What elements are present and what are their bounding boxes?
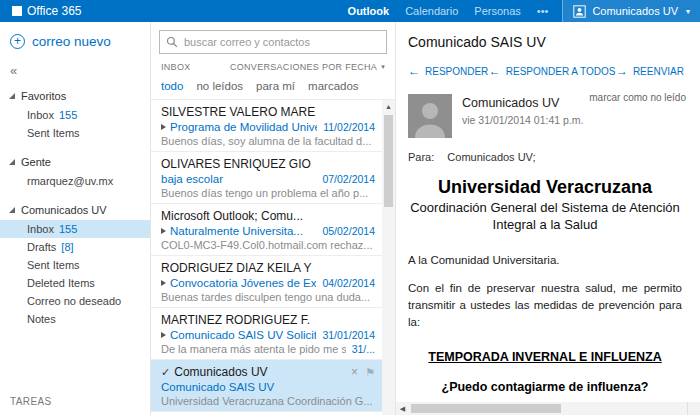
folder-deleted-items[interactable]: Deleted Items [0,274,150,292]
folder-drafts[interactable]: Drafts [8] [0,238,150,256]
folder-label: Notes [27,313,56,325]
expand-conversation-icon[interactable] [161,228,166,234]
expand-triangle-icon [9,93,15,99]
contact-label: rmarquez@uv.mx [27,175,113,187]
mark-unread-link[interactable]: marcar como no leído [589,92,686,103]
expand-conversation-icon[interactable] [161,280,166,286]
recipients-row: Para: Comunicados UV; [408,151,686,163]
user-icon [573,5,586,18]
tree-gap [0,142,150,152]
office365-logo-icon [12,6,22,16]
forward-button[interactable]: → REENVIAR [616,64,684,78]
email-subject: Comunicado SAIS UV [161,381,375,393]
tab-todo[interactable]: todo [161,80,183,92]
main-layout: + correo nuevo « Favoritos Inbox 155 Sen… [0,22,700,415]
email-list-item[interactable]: RODRIGUEZ DIAZ KEILA Y Convocatoria Jóve… [151,256,395,308]
reply-button[interactable]: ← RESPONDER [408,64,488,78]
folder-favoritos-sent[interactable]: Sent Items [0,124,150,142]
message-list-column: INBOX CONVERSACIONES POR FECHA ▾ todo no… [150,22,396,415]
section-label: Gente [21,156,51,168]
folder-label: Drafts [27,241,56,253]
horizontal-scrollbar[interactable]: ◀ [396,402,687,415]
nav-more-icon[interactable]: ••• [537,5,549,17]
email-list-item[interactable]: MARTINEZ RODRIGUEZ F. Comunicado SAIS UV… [151,308,395,360]
search-box[interactable] [159,30,387,54]
filter-tabs: todo no leídos para mí marcados [151,74,395,99]
reply-arrow-icon: ← [408,64,420,78]
reply-all-button[interactable]: ← RESPONDER A TODOS [489,64,616,78]
body-salutation: A la Comunidad Universitaria. [408,254,682,266]
email-subject: Convocatoria Jóvenes de Excelencia [170,277,316,289]
expand-triangle-icon [9,159,15,165]
scroll-left-icon[interactable]: ◀ [396,405,409,413]
scrollbar-thumb[interactable] [384,115,393,207]
nav-personas[interactable]: Personas [474,5,520,17]
collapse-pane-icon[interactable]: « [0,49,150,86]
office365-brand[interactable]: Office 365 [0,4,93,18]
email-list-item[interactable]: OLIVARES ENRIQUEZ GIO baja escolar 07/02… [151,152,395,204]
chevron-down-icon: ▾ [686,7,690,16]
section-favoritos[interactable]: Favoritos [0,86,150,106]
email-list-item[interactable]: SILVESTRE VALERO MARE Programa de Movili… [151,100,395,152]
folder-junk[interactable]: Correo no deseado [0,292,150,310]
email-subject: baja escolar [161,173,316,185]
email-list-item[interactable]: Microsoft Outlook; Comu... Naturalmente … [151,204,395,256]
message-title: Comunicado SAIS UV [408,34,686,50]
email-subject: Programa de Movilidad Universidad [170,121,317,133]
delete-icon[interactable]: × [351,365,358,379]
expand-conversation-icon[interactable] [161,124,166,130]
plus-icon: + [10,34,25,49]
folder-label: Inbox [27,109,54,121]
email-date: 11/02/2014 [323,121,375,133]
nav-calendario[interactable]: Calendario [405,5,458,17]
sender-name: Comunicados UV [462,96,583,110]
account-menu[interactable]: Comunicados UV ▾ [562,0,700,22]
brand-label: Office 365 [27,4,81,18]
section-label: Comunicados UV [21,204,107,216]
section-label: Favoritos [21,90,66,102]
section-comunicados-uv[interactable]: Comunicados UV [0,200,150,220]
tasks-section-label[interactable]: TAREAS [0,388,150,415]
email-date: 05/02/2014 [322,225,375,237]
email-sender: OLIVARES ENRIQUEZ GIO [161,157,375,171]
search-input[interactable] [184,36,380,48]
to-label: Para: [408,151,434,163]
expand-conversation-icon[interactable] [161,332,166,338]
email-date: 31/01/2014 [322,329,375,341]
sender-info: Comunicados UV vie 31/01/2014 01:41 p.m. [462,94,583,138]
body-section-heading: TEMPORADA INVERNAL E INFLUENZA [408,350,682,364]
contact-rmarquez[interactable]: rmarquez@uv.mx [0,172,150,190]
tab-marcados[interactable]: marcados [308,80,359,92]
person-silhouette-icon [408,94,452,138]
folder-sent-items[interactable]: Sent Items [0,256,150,274]
email-subject: Naturalmente Universita... [170,225,316,237]
folder-favoritos-inbox[interactable]: Inbox 155 [0,106,150,124]
email-list-item-selected[interactable]: ✓ Comunicados UV × ⚑ Comunicado SAIS UV … [151,360,395,412]
top-navigation: Outlook Calendario Personas ••• [348,5,563,17]
folder-label: Sent Items [27,259,80,271]
search-icon [166,36,178,48]
tab-para-mi[interactable]: para mí [256,80,295,92]
message-header: Comunicados UV vie 31/01/2014 01:41 p.m.… [408,94,686,138]
unread-count: 155 [59,109,77,121]
message-body: Universidad Veracruzana Coordinación Gen… [408,177,686,394]
scrollbar-thumb[interactable] [411,404,561,413]
new-mail-button[interactable]: + correo nuevo [0,32,150,49]
nav-outlook[interactable]: Outlook [348,5,390,17]
forward-label: REENVIAR [633,66,684,77]
scrollbar-corner [687,402,700,415]
reply-all-arrow-icon: ← [489,64,501,78]
reply-all-label: RESPONDER A TODOS [506,66,616,77]
flag-icon[interactable]: ⚑ [365,366,375,379]
tree-gap [0,190,150,200]
scroll-up-icon[interactable]: ▲ [382,100,395,113]
folder-label: Correo no deseado [27,295,121,307]
email-preview: COL0-MC3-F49.Col0.hotmail.com rechaz... [161,239,375,251]
list-scrollbar[interactable]: ▲ [382,100,395,415]
sort-dropdown[interactable]: CONVERSACIONES POR FECHA ▾ [230,62,385,72]
folder-inbox-selected[interactable]: Inbox 155 [0,220,150,238]
folder-notes[interactable]: Notes [0,310,150,328]
body-org-subtitle: Coordinación General del Sistema de Aten… [408,200,682,234]
tab-no-leidos[interactable]: no leídos [196,80,243,92]
section-gente[interactable]: Gente [0,152,150,172]
